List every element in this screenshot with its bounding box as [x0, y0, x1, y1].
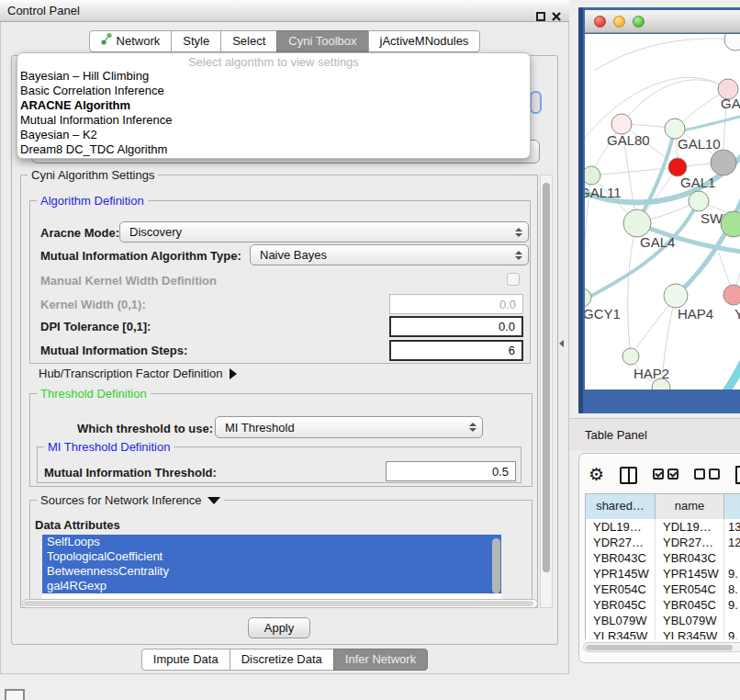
table-row[interactable]: YLR345WYLR345W9.	[586, 628, 740, 639]
table-cell: YDR27…	[586, 535, 656, 550]
table-horizontal-scrollbar[interactable]	[583, 642, 740, 652]
mi-steps-label: Mutual Information Steps:	[40, 344, 187, 357]
close-icon[interactable]	[551, 11, 562, 22]
network-canvas[interactable]: GALGAL80GAL10GAL1GAL11SWI4GAL4GCY1HAP4YH…	[585, 34, 740, 390]
table-cell: YPR145W	[586, 566, 656, 581]
zoom-traffic-light-icon[interactable]	[633, 16, 645, 28]
settings-vertical-scrollbar[interactable]	[540, 175, 553, 608]
tab-label: Cyni Toolbox	[288, 31, 356, 51]
minimized-panel-icon[interactable]	[5, 689, 25, 700]
network-node-hap4[interactable]	[664, 284, 688, 308]
data-attributes-list[interactable]: SelfLoopsTopologicalCoefficientBetweenne…	[42, 535, 501, 599]
table-row[interactable]: YDR27…YDR27…12	[586, 535, 740, 550]
column-header-a[interactable]: A	[724, 494, 740, 519]
expand-right-icon	[230, 368, 237, 379]
tab-label: Style	[183, 31, 209, 51]
attribute-item-topologicalcoefficient[interactable]: TopologicalCoefficient	[42, 549, 501, 564]
algorithm-option-bayesian-k2[interactable]: Bayesian – K2	[17, 128, 530, 142]
table-row[interactable]: YDL19…YDL19…13	[586, 519, 740, 535]
column-header-name[interactable]: name	[656, 494, 724, 519]
network-edge[interactable]	[594, 39, 735, 71]
collapse-down-icon	[207, 497, 220, 504]
close-traffic-light-icon[interactable]	[594, 16, 606, 28]
control-panel-tabs: NetworkStyleSelectCyni ToolboxjActiveMNo…	[0, 30, 569, 52]
table-cell: YDL19…	[656, 519, 724, 535]
attribute-item-selfloops[interactable]: SelfLoops	[42, 535, 501, 549]
mi-type-combo[interactable]: Naive Bayes	[250, 244, 529, 265]
attributes-vertical-scrollbar[interactable]	[492, 538, 500, 593]
split-view-icon[interactable]	[620, 467, 637, 484]
table-row[interactable]: YBR045CYBR045C9.	[586, 597, 740, 613]
tab-cyni-toolbox[interactable]: Cyni Toolbox	[276, 30, 368, 52]
network-node-gal1[interactable]	[668, 158, 687, 176]
network-node-swi4[interactable]	[689, 191, 709, 211]
network-node-gal11[interactable]	[585, 166, 600, 185]
algorithm-option-bayesian-hill-climbing[interactable]: Bayesian – Hill Climbing	[17, 69, 530, 84]
network-node-gal4[interactable]	[623, 209, 651, 237]
hide-columns-icon[interactable]	[694, 469, 720, 482]
table-cell: YLR345W	[656, 628, 724, 639]
kernel-width-field[interactable]: 0.0	[389, 294, 523, 314]
network-node-hap2[interactable]	[622, 348, 639, 365]
apply-button[interactable]: Apply	[248, 617, 310, 638]
which-threshold-combo[interactable]: MI Threshold	[215, 416, 483, 438]
network-node[interactable]	[711, 150, 736, 175]
dpi-tolerance-value: 0.0	[499, 320, 515, 333]
data-attributes-label: Data Attributes	[35, 518, 120, 532]
algorithm-combo-focus-fragment[interactable]	[530, 91, 542, 114]
gear-icon[interactable]: ⚙	[589, 466, 604, 484]
manual-kernel-checkbox[interactable]	[507, 273, 520, 286]
node-label-hap4: HAP4	[678, 306, 713, 322]
network-node-y[interactable]	[723, 285, 740, 305]
tab-infer-network[interactable]: Infer Network	[333, 649, 428, 671]
mi-steps-field[interactable]: 6	[389, 340, 523, 361]
column-header-shared[interactable]: shared…	[586, 494, 656, 519]
network-window-titlebar[interactable]	[585, 10, 740, 33]
tab-style[interactable]: Style	[171, 30, 221, 52]
minimize-traffic-light-icon[interactable]	[613, 16, 625, 28]
algorithm-option-aracne-algorithm[interactable]: ARACNE Algorithm	[17, 98, 530, 113]
algorithm-option-dream8-dc-tdc-algorithm[interactable]: Dream8 DC_TDC Algorithm	[17, 142, 530, 157]
dpi-tolerance-field[interactable]: 0.0	[389, 316, 523, 337]
settings-group-title: Cyni Algorithm Settings	[28, 168, 158, 182]
hub-definition-section[interactable]: Hub/Transcription Factor Definition	[39, 367, 237, 380]
attributes-horizontal-scrollbar[interactable]	[22, 599, 538, 608]
panel-splitter-arrow-icon[interactable]	[559, 340, 564, 347]
table-row[interactable]: YBL079WYBL079W	[586, 613, 740, 628]
table-row[interactable]: YER054CYER054C8.	[586, 581, 740, 597]
table-row[interactable]: YPR145WYPR145W9.	[586, 566, 740, 581]
tab-impute-data[interactable]: Impute Data	[141, 649, 230, 671]
show-columns-icon[interactable]	[653, 469, 678, 482]
algorithm-option-basic-correlation-inference[interactable]: Basic Correlation Inference	[17, 84, 530, 98]
control-panel-title: Control Panel	[0, 4, 80, 17]
attribute-item-gal4rgexp[interactable]: gal4RGexp	[42, 579, 501, 593]
tab-jactivemnodules[interactable]: jActiveMNodules	[368, 30, 481, 52]
node-label-gcy1: GCY1	[585, 306, 621, 322]
new-document-icon[interactable]	[735, 466, 740, 484]
network-view-window[interactable]: GALGAL80GAL10GAL1GAL11SWI4GAL4GCY1HAP4YH…	[578, 7, 740, 413]
network-edge[interactable]	[721, 330, 740, 390]
tab-select[interactable]: Select	[220, 30, 277, 52]
mi-type-label: Mutual Information Algorithm Type:	[40, 249, 241, 263]
mi-threshold-field[interactable]: 0.5	[386, 461, 516, 481]
network-graph: GALGAL80GAL10GAL1GAL11SWI4GAL4GCY1HAP4YH…	[585, 34, 740, 390]
tab-discretize-data[interactable]: Discretize Data	[230, 649, 334, 671]
table-cell	[724, 613, 740, 628]
table-cell: 9.	[724, 566, 740, 581]
table-row[interactable]: YBR043CYBR043C	[586, 550, 740, 566]
network-node[interactable]	[724, 34, 740, 51]
algorithm-option-mutual-information-inference[interactable]: Mutual Information Inference	[17, 113, 530, 128]
network-node-gal80[interactable]	[611, 114, 632, 134]
node-label-gal80: GAL80	[607, 132, 650, 148]
float-window-icon[interactable]	[536, 12, 545, 21]
node-table: shared…nameA YDL19…YDL19…13YDR27…YDR27…1…	[585, 493, 740, 639]
network-node-gcy1[interactable]	[585, 288, 591, 307]
network-icon	[101, 31, 112, 51]
network-edge[interactable]	[622, 80, 728, 124]
network-edge[interactable]	[628, 223, 637, 356]
aracne-mode-combo[interactable]: Discovery	[119, 221, 529, 243]
tab-network[interactable]: Network	[89, 30, 173, 52]
threshold-definition-title: Threshold Definition	[37, 387, 151, 401]
sources-group-title-wrap[interactable]: Sources for Network Inference	[37, 493, 224, 507]
attribute-item-betweennesscentrality[interactable]: BetweennessCentrality	[42, 564, 501, 579]
